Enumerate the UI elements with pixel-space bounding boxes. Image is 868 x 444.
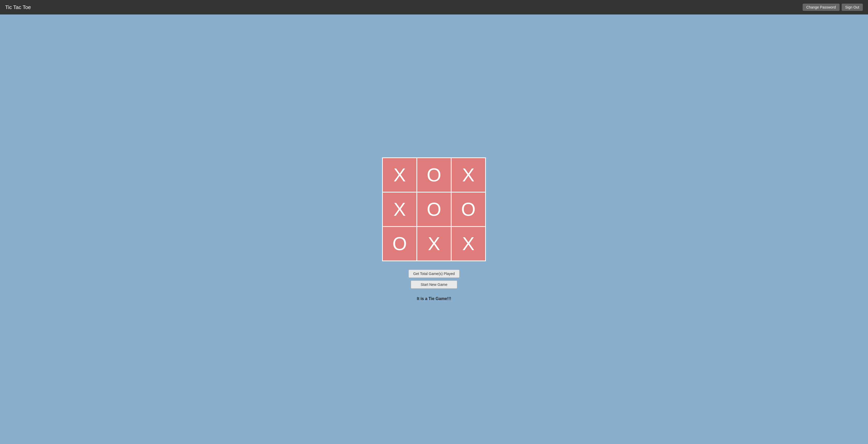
app-title: Tic Tac Toe <box>5 4 31 10</box>
cell-3[interactable]: X <box>383 193 416 226</box>
cell-2[interactable]: X <box>452 158 485 192</box>
action-buttons: Get Total Game(s) Played Start New Game <box>408 270 460 289</box>
cell-6[interactable]: O <box>383 227 416 261</box>
game-board: X O X X O O O X X <box>382 157 486 261</box>
cell-8[interactable]: X <box>452 227 485 261</box>
get-total-button[interactable]: Get Total Game(s) Played <box>408 270 460 278</box>
main-content: X O X X O O O X X Get Total Game(s) Play… <box>0 14 868 444</box>
start-new-game-button[interactable]: Start New Game <box>411 280 457 289</box>
navbar: Tic Tac Toe Change Password Sign Out <box>0 0 868 14</box>
status-message: It is a Tie Game!!! <box>417 296 451 301</box>
cell-0[interactable]: X <box>383 158 416 192</box>
cell-5[interactable]: O <box>452 193 485 226</box>
sign-out-button[interactable]: Sign Out <box>842 4 863 11</box>
cell-4[interactable]: O <box>417 193 451 226</box>
cell-7[interactable]: X <box>417 227 451 261</box>
navbar-buttons: Change Password Sign Out <box>803 4 863 11</box>
change-password-button[interactable]: Change Password <box>803 4 839 11</box>
cell-1[interactable]: O <box>417 158 451 192</box>
